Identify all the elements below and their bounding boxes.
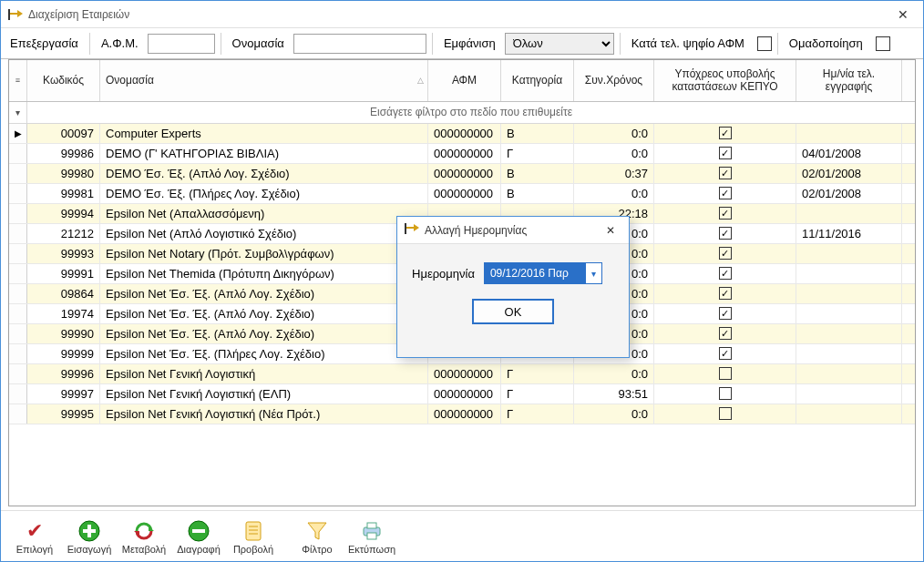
table-row[interactable]: 99996Epsilon Net Γενική Λογιστική0000000…: [9, 364, 915, 384]
afm-input[interactable]: [148, 34, 215, 54]
cell-kepyo: ✓: [654, 304, 796, 323]
svg-rect-10: [246, 522, 261, 540]
row-indicator: [9, 364, 27, 383]
kepyo-checkbox[interactable]: ✓: [719, 147, 732, 159]
kepyo-checkbox[interactable]: ✓: [719, 327, 732, 340]
row-indicator: [9, 144, 27, 163]
kepyo-checkbox[interactable]: ✓: [719, 127, 732, 139]
print-button[interactable]: Εκτύπωση: [347, 518, 396, 555]
name-input[interactable]: [293, 34, 426, 54]
col-code[interactable]: Κωδικός: [27, 60, 100, 101]
cell-category: Β: [501, 164, 574, 183]
cell-code: 99995: [27, 404, 100, 424]
afm-label: Α.Φ.Μ.: [96, 33, 144, 54]
dialog-close-button[interactable]: ✕: [592, 217, 629, 244]
cell-kepyo: ✓: [654, 264, 796, 283]
select-button[interactable]: ✔ Επιλογή: [10, 518, 59, 555]
edit-button[interactable]: Μεταβολή: [119, 518, 169, 555]
cell-last-date: [796, 404, 902, 424]
cell-last-date: 02/01/2008: [796, 164, 902, 183]
cell-afm: 000000000: [428, 164, 501, 183]
divider: [620, 33, 621, 55]
cell-name: Epsilon Net Γενική Λογιστική: [100, 364, 428, 383]
filter-row: ▾ Εισάγετε φίλτρο στο πεδίο που επιθυμεί…: [9, 102, 915, 124]
cell-name: Epsilon Net Έσ. Έξ. (Πλήρες Λογ. Σχέδιο): [100, 344, 428, 363]
grouping-checkbox[interactable]: [876, 36, 890, 51]
show-select[interactable]: Όλων: [505, 33, 614, 55]
close-button[interactable]: ✕: [882, 1, 923, 28]
cell-kepyo: [654, 404, 796, 424]
svg-rect-17: [367, 533, 376, 539]
table-row[interactable]: 99980DEMO Έσ. Έξ. (Απλό Λογ. Σχέδιο)0000…: [9, 164, 915, 184]
kepyo-checkbox[interactable]: ✓: [719, 347, 732, 360]
filter-icon[interactable]: ▾: [9, 102, 27, 123]
col-last-date[interactable]: Ημ/νία τελ. εγγραφής: [796, 60, 902, 101]
cell-kepyo: ✓: [654, 244, 796, 263]
col-afm[interactable]: ΑΦΜ: [428, 60, 501, 101]
menu-edit[interactable]: Επεξεργασία: [5, 33, 84, 54]
table-row[interactable]: 99997Epsilon Net Γενική Λογιστική (ΕΛΠ)0…: [9, 384, 915, 404]
row-indicator: [9, 344, 27, 363]
date-input[interactable]: 09/12/2016 Παρ ▾: [484, 262, 602, 284]
kepyo-checkbox[interactable]: ✓: [719, 207, 732, 220]
cell-last-date: [796, 384, 902, 404]
delete-button[interactable]: Διαγραφή: [174, 518, 223, 555]
kepyo-checkbox[interactable]: ✓: [719, 227, 732, 240]
svg-rect-16: [367, 523, 376, 528]
cell-category: Γ: [501, 404, 574, 424]
footer-toolbar: ✔ Επιλογή Εισαγωγή Μεταβολή Διαγραφή Π: [1, 510, 923, 561]
cell-kepyo: ✓: [654, 324, 796, 343]
view-button[interactable]: Προβολή: [229, 518, 278, 555]
cell-afm: 000000000: [428, 364, 501, 383]
col-time[interactable]: Συν.Χρόνος: [574, 60, 654, 101]
row-indicator: [9, 284, 27, 303]
col-kepyo[interactable]: Υπόχρεος υποβολής καταστάσεων ΚΕΠΥΟ: [654, 60, 796, 101]
filter-hint[interactable]: Εισάγετε φίλτρο στο πεδίο που επιθυμείτε: [27, 102, 915, 123]
row-indicator: [9, 324, 27, 343]
kepyo-checkbox[interactable]: ✓: [719, 187, 732, 199]
last-digit-checkbox[interactable]: [757, 36, 772, 51]
cell-category: Γ: [501, 384, 574, 404]
table-row[interactable]: 99986DEMO (Γ' ΚΑΤΗΓΟΡΙΑΣ ΒΙΒΛΙΑ)00000000…: [9, 144, 915, 164]
show-label: Εμφάνιση: [438, 33, 501, 54]
dialog-title: Αλλαγή Ημερομηνίας: [425, 224, 527, 237]
cell-kepyo: ✓: [654, 184, 796, 203]
kepyo-checkbox[interactable]: ✓: [719, 167, 732, 179]
chevron-down-icon[interactable]: ▾: [585, 263, 601, 283]
grouping-label: Ομαδοποίηση: [784, 33, 868, 54]
insert-button[interactable]: Εισαγωγή: [65, 518, 114, 555]
cell-name: Epsilon Net (Απαλλασσόμενη): [100, 204, 428, 223]
filter-button[interactable]: Φίλτρο: [293, 518, 342, 555]
cell-last-date: 04/01/2008: [796, 144, 902, 163]
kepyo-checkbox[interactable]: [719, 407, 732, 420]
row-indicator: [9, 264, 27, 283]
row-indicator: [9, 224, 27, 243]
cell-name: Epsilon Net Έσ. Έξ. (Απλό Λογ. Σχέδιο): [100, 324, 428, 343]
divider: [221, 33, 221, 55]
table-row[interactable]: 99995Epsilon Net Γενική Λογιστική (Νέα Π…: [9, 404, 915, 424]
row-indicator: ▶: [9, 124, 27, 143]
cell-name: DEMO (Γ' ΚΑΤΗΓΟΡΙΑΣ ΒΙΒΛΙΑ): [100, 144, 428, 163]
ok-button[interactable]: OK: [472, 299, 554, 324]
kepyo-checkbox[interactable]: ✓: [719, 307, 732, 320]
kepyo-checkbox[interactable]: [719, 387, 732, 400]
kepyo-checkbox[interactable]: ✓: [719, 287, 732, 300]
table-row[interactable]: 99981DEMO Έσ. Έξ. (Πλήρες Λογ. Σχέδιο)00…: [9, 184, 915, 204]
toolbar: Επεξεργασία Α.Φ.Μ. Ονομασία Εμφάνιση Όλω…: [1, 28, 923, 59]
svg-rect-5: [83, 529, 96, 533]
cell-last-date: [796, 324, 902, 343]
col-name[interactable]: Ονομασία△: [100, 60, 428, 101]
kepyo-checkbox[interactable]: ✓: [719, 267, 732, 280]
table-row[interactable]: ▶00097Computer Experts000000000Β0:0✓: [9, 124, 915, 144]
dialog-body: Ημερομηνία 09/12/2016 Παρ ▾: [397, 244, 629, 293]
cell-time: 0:0: [574, 124, 654, 143]
row-indicator-header[interactable]: ≡: [9, 60, 27, 101]
kepyo-checkbox[interactable]: ✓: [719, 247, 732, 260]
cell-name: DEMO Έσ. Έξ. (Απλό Λογ. Σχέδιο): [100, 164, 428, 183]
cell-name: Epsilon Net Γενική Λογιστική (ΕΛΠ): [100, 384, 428, 404]
row-indicator: [9, 184, 27, 203]
kepyo-checkbox[interactable]: [719, 367, 732, 380]
svg-marker-19: [414, 224, 419, 231]
col-category[interactable]: Κατηγορία: [501, 60, 574, 101]
cell-last-date: [796, 304, 902, 323]
